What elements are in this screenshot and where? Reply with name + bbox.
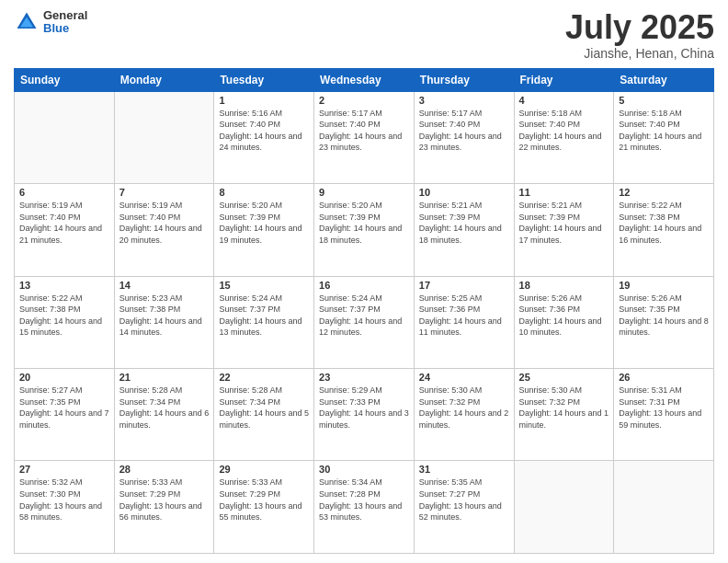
day-number: 17: [419, 280, 509, 291]
day-info: Sunrise: 5:21 AMSunset: 7:39 PMDaylight:…: [519, 200, 609, 246]
day-info: Sunrise: 5:26 AMSunset: 7:36 PMDaylight:…: [519, 293, 609, 339]
day-info: Sunrise: 5:30 AMSunset: 7:32 PMDaylight:…: [419, 385, 509, 431]
day-info: Sunrise: 5:25 AMSunset: 7:36 PMDaylight:…: [419, 293, 509, 339]
calendar-cell: 17Sunrise: 5:25 AMSunset: 7:36 PMDayligh…: [414, 276, 514, 368]
logo-general: General: [43, 9, 87, 22]
calendar-cell: 8Sunrise: 5:20 AMSunset: 7:39 PMDaylight…: [214, 184, 314, 276]
calendar-cell: 12Sunrise: 5:22 AMSunset: 7:38 PMDayligh…: [614, 184, 714, 276]
calendar-cell: 22Sunrise: 5:28 AMSunset: 7:34 PMDayligh…: [214, 369, 314, 461]
day-info: Sunrise: 5:23 AMSunset: 7:38 PMDaylight:…: [119, 293, 210, 339]
day-number: 30: [319, 464, 409, 475]
day-number: 7: [119, 187, 210, 198]
calendar-cell: 30Sunrise: 5:34 AMSunset: 7:28 PMDayligh…: [314, 461, 415, 554]
day-number: 14: [119, 280, 210, 291]
calendar-cell: [114, 91, 214, 183]
day-number: 20: [19, 372, 109, 383]
day-number: 18: [519, 280, 609, 291]
weekday-header: Friday: [514, 68, 614, 91]
day-number: 6: [19, 187, 109, 198]
day-number: 24: [419, 372, 509, 383]
calendar-cell: 5Sunrise: 5:18 AMSunset: 7:40 PMDaylight…: [614, 91, 714, 183]
day-info: Sunrise: 5:20 AMSunset: 7:39 PMDaylight:…: [219, 200, 309, 246]
day-info: Sunrise: 5:29 AMSunset: 7:33 PMDaylight:…: [319, 385, 409, 431]
calendar-cell: 10Sunrise: 5:21 AMSunset: 7:39 PMDayligh…: [414, 184, 514, 276]
day-number: 22: [219, 372, 309, 383]
day-info: Sunrise: 5:18 AMSunset: 7:40 PMDaylight:…: [519, 108, 609, 154]
day-number: 2: [319, 95, 409, 106]
day-number: 29: [219, 464, 309, 475]
day-number: 23: [319, 372, 409, 383]
calendar-cell: 28Sunrise: 5:33 AMSunset: 7:29 PMDayligh…: [114, 461, 214, 554]
calendar-cell: 23Sunrise: 5:29 AMSunset: 7:33 PMDayligh…: [314, 369, 415, 461]
calendar-cell: 27Sunrise: 5:32 AMSunset: 7:30 PMDayligh…: [15, 461, 115, 554]
day-number: 10: [419, 187, 509, 198]
calendar-cell: 24Sunrise: 5:30 AMSunset: 7:32 PMDayligh…: [414, 369, 514, 461]
day-number: 1: [219, 95, 309, 106]
day-info: Sunrise: 5:26 AMSunset: 7:35 PMDaylight:…: [619, 293, 709, 339]
month-title: July 2025: [565, 9, 714, 46]
day-number: 11: [519, 187, 609, 198]
calendar-cell: 4Sunrise: 5:18 AMSunset: 7:40 PMDaylight…: [514, 91, 614, 183]
calendar-cell: 7Sunrise: 5:19 AMSunset: 7:40 PMDaylight…: [114, 184, 214, 276]
calendar-cell: 3Sunrise: 5:17 AMSunset: 7:40 PMDaylight…: [414, 91, 514, 183]
day-info: Sunrise: 5:17 AMSunset: 7:40 PMDaylight:…: [419, 108, 509, 154]
calendar-cell: 26Sunrise: 5:31 AMSunset: 7:31 PMDayligh…: [614, 369, 714, 461]
day-number: 15: [219, 280, 309, 291]
calendar-cell: 2Sunrise: 5:17 AMSunset: 7:40 PMDaylight…: [314, 91, 415, 183]
day-info: Sunrise: 5:19 AMSunset: 7:40 PMDaylight:…: [19, 200, 109, 246]
day-info: Sunrise: 5:16 AMSunset: 7:40 PMDaylight:…: [219, 108, 309, 154]
day-number: 12: [619, 187, 709, 198]
day-info: Sunrise: 5:19 AMSunset: 7:40 PMDaylight:…: [119, 200, 210, 246]
calendar-cell: 21Sunrise: 5:28 AMSunset: 7:34 PMDayligh…: [114, 369, 214, 461]
weekday-header: Thursday: [414, 68, 514, 91]
logo: General Blue: [14, 9, 87, 36]
calendar-cell: 29Sunrise: 5:33 AMSunset: 7:29 PMDayligh…: [214, 461, 314, 554]
day-number: 3: [419, 95, 509, 106]
weekday-header: Saturday: [614, 68, 714, 91]
day-info: Sunrise: 5:34 AMSunset: 7:28 PMDaylight:…: [319, 477, 409, 523]
header: General Blue July 2025 Jianshe, Henan, C…: [14, 9, 714, 61]
calendar-week-row: 27Sunrise: 5:32 AMSunset: 7:30 PMDayligh…: [15, 461, 714, 554]
calendar-cell: 6Sunrise: 5:19 AMSunset: 7:40 PMDaylight…: [15, 184, 115, 276]
calendar-cell: 1Sunrise: 5:16 AMSunset: 7:40 PMDaylight…: [214, 91, 314, 183]
calendar-week-row: 13Sunrise: 5:22 AMSunset: 7:38 PMDayligh…: [15, 276, 714, 368]
day-number: 27: [19, 464, 109, 475]
subtitle: Jianshe, Henan, China: [565, 46, 714, 61]
title-block: July 2025 Jianshe, Henan, China: [565, 9, 714, 61]
day-number: 31: [419, 464, 509, 475]
day-info: Sunrise: 5:33 AMSunset: 7:29 PMDaylight:…: [119, 477, 210, 523]
calendar-cell: [15, 91, 115, 183]
day-number: 28: [119, 464, 210, 475]
calendar-cell: 9Sunrise: 5:20 AMSunset: 7:39 PMDaylight…: [314, 184, 415, 276]
day-number: 25: [519, 372, 609, 383]
day-info: Sunrise: 5:33 AMSunset: 7:29 PMDaylight:…: [219, 477, 309, 523]
day-number: 26: [619, 372, 709, 383]
calendar-table: SundayMondayTuesdayWednesdayThursdayFrid…: [14, 68, 714, 554]
calendar-cell: 20Sunrise: 5:27 AMSunset: 7:35 PMDayligh…: [15, 369, 115, 461]
day-info: Sunrise: 5:24 AMSunset: 7:37 PMDaylight:…: [319, 293, 409, 339]
day-info: Sunrise: 5:22 AMSunset: 7:38 PMDaylight:…: [619, 200, 709, 246]
weekday-header: Sunday: [15, 68, 115, 91]
header-row: SundayMondayTuesdayWednesdayThursdayFrid…: [15, 68, 714, 91]
calendar-cell: 31Sunrise: 5:35 AMSunset: 7:27 PMDayligh…: [414, 461, 514, 554]
day-number: 19: [619, 280, 709, 291]
day-info: Sunrise: 5:32 AMSunset: 7:30 PMDaylight:…: [19, 477, 109, 523]
day-info: Sunrise: 5:18 AMSunset: 7:40 PMDaylight:…: [619, 108, 709, 154]
calendar-cell: 16Sunrise: 5:24 AMSunset: 7:37 PMDayligh…: [314, 276, 415, 368]
day-info: Sunrise: 5:28 AMSunset: 7:34 PMDaylight:…: [119, 385, 210, 431]
day-info: Sunrise: 5:17 AMSunset: 7:40 PMDaylight:…: [319, 108, 409, 154]
calendar-cell: 25Sunrise: 5:30 AMSunset: 7:32 PMDayligh…: [514, 369, 614, 461]
logo-blue: Blue: [43, 22, 87, 35]
day-info: Sunrise: 5:20 AMSunset: 7:39 PMDaylight:…: [319, 200, 409, 246]
weekday-header: Wednesday: [314, 68, 415, 91]
calendar-cell: 19Sunrise: 5:26 AMSunset: 7:35 PMDayligh…: [614, 276, 714, 368]
calendar-cell: 15Sunrise: 5:24 AMSunset: 7:37 PMDayligh…: [214, 276, 314, 368]
page: General Blue July 2025 Jianshe, Henan, C…: [0, 0, 728, 563]
day-info: Sunrise: 5:21 AMSunset: 7:39 PMDaylight:…: [419, 200, 509, 246]
logo-text: General Blue: [43, 9, 87, 36]
weekday-header: Tuesday: [214, 68, 314, 91]
day-number: 4: [519, 95, 609, 106]
calendar-cell: [614, 461, 714, 554]
day-number: 9: [319, 187, 409, 198]
day-info: Sunrise: 5:27 AMSunset: 7:35 PMDaylight:…: [19, 385, 109, 431]
